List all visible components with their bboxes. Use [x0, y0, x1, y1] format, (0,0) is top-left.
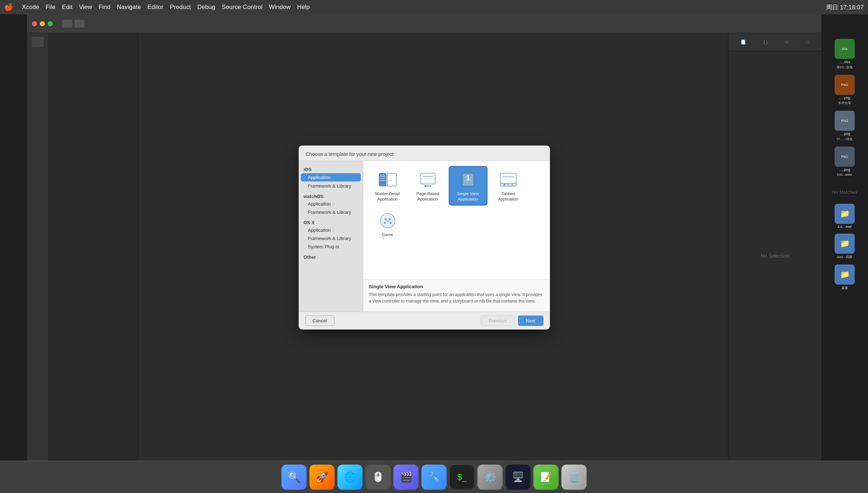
desktop-file-png3[interactable]: PNG .....png KSI...aster [835, 147, 855, 176]
svg-rect-0 [379, 173, 386, 186]
svg-text:• • •: • • • [502, 178, 507, 181]
watchos-group: watchOS Application Framework & Library [299, 192, 363, 216]
other-group-label: Other [299, 252, 363, 261]
dialog-footer: Cancel Previous Next [299, 312, 550, 330]
cancel-button[interactable]: Cancel [305, 315, 335, 326]
ios-group: iOS Application Framework & Library [299, 165, 363, 190]
templates-panel: — Master-Detail Application [363, 161, 550, 312]
svg-point-9 [429, 185, 431, 187]
svg-point-26 [389, 222, 392, 224]
dock-finder[interactable]: 🔍 [281, 465, 307, 490]
osx-group-label: OS X [299, 218, 363, 226]
dock-xcode[interactable]: 🔧 [421, 465, 447, 490]
watchos-application-item[interactable]: Application [299, 200, 363, 208]
template-single-view[interactable]: 1 Single View Application [449, 166, 487, 206]
osx-application-item[interactable]: Application [299, 226, 363, 234]
master-detail-label: Master-Detail Application [371, 191, 404, 202]
dock: 🔍 🚀 🌐 🖱️ 🎬 🔧 $_ ⚙️ 🖥️ 📝 🗑️ [0, 461, 868, 493]
osx-plugin-item[interactable]: System Plug-in [299, 243, 363, 251]
desktop-file-folder2[interactable]: 📁 ios1...试题 [835, 234, 855, 259]
no-matches-area: No Matches [832, 189, 857, 195]
dialog-header: Choose a template for your new project: [299, 146, 550, 161]
desktop-file-xlsx[interactable]: xlsx .....xlsx 第13...业地 [835, 39, 855, 70]
next-button[interactable]: Next [518, 315, 543, 326]
game-icon [378, 211, 397, 230]
dialog-body: iOS Application Framework & Library watc… [299, 161, 550, 312]
menu-window[interactable]: Window [269, 4, 290, 11]
menu-debug[interactable]: Debug [197, 4, 215, 11]
master-detail-icon: — [378, 170, 397, 189]
svg-text:—: — [388, 179, 391, 182]
menu-find[interactable]: Find [98, 4, 110, 11]
watchos-group-label: watchOS [299, 192, 363, 200]
osx-group: OS X Application Framework & Library Sys… [299, 218, 363, 251]
menu-source-control[interactable]: Source Control [222, 4, 262, 11]
dock-trash[interactable]: 🗑️ [561, 465, 587, 490]
dock-quicktime[interactable]: 🎬 [393, 465, 419, 490]
previous-button[interactable]: Previous [481, 315, 514, 326]
dock-mouse[interactable]: 🖱️ [365, 465, 391, 490]
template-game[interactable]: Game [368, 207, 407, 241]
svg-point-19 [507, 184, 509, 186]
svg-point-24 [382, 215, 393, 226]
menu-edit[interactable]: Edit [62, 4, 73, 11]
menubar-time: 周日 17:18:07 [826, 3, 864, 11]
dialog-sidebar: iOS Application Framework & Library watc… [299, 161, 363, 312]
ios-application-item[interactable]: Application [301, 173, 361, 181]
tabbed-label: Tabbed Application [492, 191, 525, 202]
template-tabbed[interactable]: • • • Tabbed Application [489, 166, 528, 206]
svg-point-8 [427, 185, 429, 187]
template-desc-text: This template provides a starting point … [369, 291, 544, 304]
dock-terminal[interactable]: $_ [449, 465, 475, 490]
templates-grid: — Master-Detail Application [363, 161, 550, 279]
dock-scripteditor[interactable]: 📝 [533, 465, 559, 490]
menu-editor[interactable]: Editor [148, 4, 163, 11]
dock-safari[interactable]: 🌐 [337, 465, 363, 490]
desktop-file-png1[interactable]: PNG .....png 车丹分享 [835, 75, 855, 106]
ios-group-label: iOS [299, 165, 363, 173]
menu-xcode[interactable]: Xcode [22, 4, 39, 11]
dock-display[interactable]: 🖥️ [505, 465, 531, 490]
dialog-title: Choose a template for your new project: [306, 151, 543, 157]
menu-view[interactable]: View [79, 4, 92, 11]
menubar: 🍎 Xcode File Edit View Find Navigate Edi… [0, 0, 868, 14]
menu-help[interactable]: Help [297, 4, 310, 11]
page-based-icon [419, 170, 437, 189]
menu-navigate[interactable]: Navigate [117, 4, 141, 11]
single-view-icon: 1 [459, 170, 477, 189]
template-page-based[interactable]: Page-Based Application [409, 166, 447, 206]
svg-point-25 [384, 222, 386, 224]
svg-point-18 [503, 184, 505, 186]
svg-point-20 [511, 184, 513, 186]
svg-text:1: 1 [466, 174, 470, 182]
page-based-label: Page-Based Application [411, 191, 444, 202]
menu-product[interactable]: Product [170, 4, 191, 11]
dock-settings[interactable]: ⚙️ [477, 465, 503, 490]
desktop-files: xlsx .....xlsx 第13...业地 PNG .....png 车丹分… [821, 33, 868, 461]
game-label: Game [382, 232, 393, 238]
ios-framework-item[interactable]: Framework & Library [299, 182, 363, 190]
template-description: Single View Application This template pr… [363, 279, 550, 312]
osx-framework-item[interactable]: Framework & Library [299, 234, 363, 243]
template-desc-title: Single View Application [369, 284, 544, 289]
desktop-file-png2[interactable]: PNG .....png 07...（优化 [835, 111, 855, 142]
desktop-file-folder3[interactable]: 📁 桌面 [835, 264, 855, 290]
no-matches-text: No Matches [832, 189, 857, 195]
new-project-dialog: Choose a template for your new project: … [299, 146, 550, 330]
svg-point-7 [424, 185, 426, 187]
single-view-label: Single View Application [452, 191, 485, 202]
desktop-file-folder1[interactable]: 📁 ZJL...etail [835, 204, 855, 229]
menu-file[interactable]: File [46, 4, 55, 11]
project-dialog-wrapper: Choose a template for your new project: … [27, 14, 821, 461]
apple-menu[interactable]: 🍎 [4, 3, 13, 11]
tabbed-icon: • • • [499, 170, 518, 189]
template-master-detail[interactable]: — Master-Detail Application [368, 166, 407, 206]
watchos-framework-item[interactable]: Framework & Library [299, 208, 363, 216]
dock-launchpad[interactable]: 🚀 [309, 465, 335, 490]
other-group: Other [299, 252, 363, 261]
